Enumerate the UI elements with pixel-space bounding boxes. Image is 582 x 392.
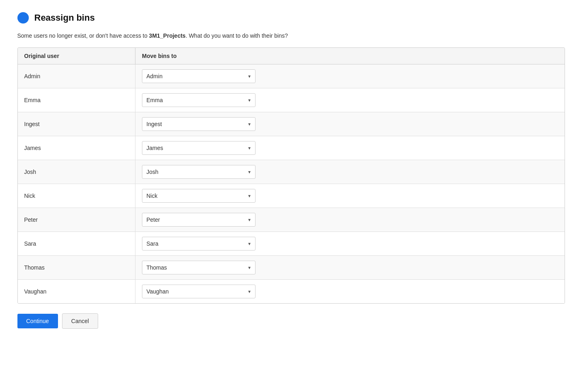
original-user-cell: Josh — [18, 160, 135, 184]
project-name: 3M1_Projects — [149, 32, 185, 39]
table-row: SaraAdminEmmaIngestJamesJoshNickPeterSar… — [18, 232, 565, 256]
table-row: JoshAdminEmmaIngestJamesJoshNickPeterSar… — [18, 160, 565, 184]
select-wrapper-james: AdminEmmaIngestJamesJoshNickPeterSaraTho… — [142, 141, 256, 155]
description-suffix: . What do you want to do with their bins… — [186, 32, 288, 39]
table-row: PeterAdminEmmaIngestJamesJoshNickPeterSa… — [18, 208, 565, 232]
move-bins-select-ingest[interactable]: AdminEmmaIngestJamesJoshNickPeterSaraTho… — [142, 117, 256, 131]
table-row: AdminAdminEmmaIngestJamesJoshNickPeterSa… — [18, 64, 565, 88]
move-bins-cell: AdminEmmaIngestJamesJoshNickPeterSaraTho… — [135, 88, 565, 112]
description: Some users no longer exist, or don't hav… — [17, 32, 565, 40]
select-wrapper-thomas: AdminEmmaIngestJamesJoshNickPeterSaraTho… — [142, 261, 256, 274]
original-user-cell: Admin — [18, 64, 135, 88]
original-user-cell: Emma — [18, 88, 135, 112]
select-wrapper-ingest: AdminEmmaIngestJamesJoshNickPeterSaraTho… — [142, 117, 256, 131]
move-bins-select-sara[interactable]: AdminEmmaIngestJamesJoshNickPeterSaraTho… — [142, 237, 256, 251]
select-wrapper-josh: AdminEmmaIngestJamesJoshNickPeterSaraTho… — [142, 165, 256, 179]
move-bins-cell: AdminEmmaIngestJamesJoshNickPeterSaraTho… — [135, 112, 565, 136]
move-bins-select-nick[interactable]: AdminEmmaIngestJamesJoshNickPeterSaraTho… — [142, 189, 256, 203]
table-row: ThomasAdminEmmaIngestJamesJoshNickPeterS… — [18, 256, 565, 280]
reassign-table: Original user Move bins to AdminAdminEmm… — [18, 48, 565, 303]
table-row: IngestAdminEmmaIngestJamesJoshNickPeterS… — [18, 112, 565, 136]
cancel-button[interactable]: Cancel — [62, 313, 99, 329]
page-container: Reassign bins Some users no longer exist… — [17, 12, 565, 329]
original-user-cell: Vaughan — [18, 280, 135, 304]
table-row: NickAdminEmmaIngestJamesJoshNickPeterSar… — [18, 184, 565, 208]
table-row: VaughanAdminEmmaIngestJamesJoshNickPeter… — [18, 280, 565, 304]
move-bins-select-admin[interactable]: AdminEmmaIngestJamesJoshNickPeterSaraTho… — [142, 69, 256, 83]
select-wrapper-emma: AdminEmmaIngestJamesJoshNickPeterSaraTho… — [142, 93, 256, 107]
move-bins-select-peter[interactable]: AdminEmmaIngestJamesJoshNickPeterSaraTho… — [142, 213, 256, 227]
move-bins-cell: AdminEmmaIngestJamesJoshNickPeterSaraTho… — [135, 256, 565, 280]
original-user-cell: Sara — [18, 232, 135, 256]
move-bins-cell: AdminEmmaIngestJamesJoshNickPeterSaraTho… — [135, 136, 565, 160]
select-wrapper-vaughan: AdminEmmaIngestJamesJoshNickPeterSaraTho… — [142, 285, 256, 298]
move-bins-select-emma[interactable]: AdminEmmaIngestJamesJoshNickPeterSaraTho… — [142, 93, 256, 107]
move-bins-select-james[interactable]: AdminEmmaIngestJamesJoshNickPeterSaraTho… — [142, 141, 256, 155]
original-user-cell: Ingest — [18, 112, 135, 136]
select-wrapper-nick: AdminEmmaIngestJamesJoshNickPeterSaraTho… — [142, 189, 256, 203]
move-bins-cell: AdminEmmaIngestJamesJoshNickPeterSaraTho… — [135, 208, 565, 232]
original-user-cell: Thomas — [18, 256, 135, 280]
select-wrapper-admin: AdminEmmaIngestJamesJoshNickPeterSaraTho… — [142, 69, 256, 83]
move-bins-select-thomas[interactable]: AdminEmmaIngestJamesJoshNickPeterSaraTho… — [142, 261, 256, 274]
col-move-bins-to: Move bins to — [135, 48, 565, 64]
select-wrapper-peter: AdminEmmaIngestJamesJoshNickPeterSaraTho… — [142, 213, 256, 227]
header-icon — [17, 12, 29, 24]
move-bins-cell: AdminEmmaIngestJamesJoshNickPeterSaraTho… — [135, 64, 565, 88]
move-bins-select-vaughan[interactable]: AdminEmmaIngestJamesJoshNickPeterSaraTho… — [142, 285, 256, 298]
page-title: Reassign bins — [34, 13, 95, 23]
continue-button[interactable]: Continue — [17, 314, 58, 328]
move-bins-cell: AdminEmmaIngestJamesJoshNickPeterSaraTho… — [135, 280, 565, 304]
move-bins-cell: AdminEmmaIngestJamesJoshNickPeterSaraTho… — [135, 184, 565, 208]
move-bins-cell: AdminEmmaIngestJamesJoshNickPeterSaraTho… — [135, 160, 565, 184]
actions-bar: Continue Cancel — [17, 313, 565, 329]
description-prefix: Some users no longer exist, or don't hav… — [17, 32, 149, 39]
move-bins-cell: AdminEmmaIngestJamesJoshNickPeterSaraTho… — [135, 232, 565, 256]
original-user-cell: Peter — [18, 208, 135, 232]
original-user-cell: Nick — [18, 184, 135, 208]
table-row: EmmaAdminEmmaIngestJamesJoshNickPeterSar… — [18, 88, 565, 112]
col-original-user: Original user — [18, 48, 135, 64]
header: Reassign bins — [17, 12, 565, 24]
original-user-cell: James — [18, 136, 135, 160]
table-body: AdminAdminEmmaIngestJamesJoshNickPeterSa… — [18, 64, 565, 304]
reassign-table-wrapper: Original user Move bins to AdminAdminEmm… — [17, 47, 565, 304]
table-header-row: Original user Move bins to — [18, 48, 565, 64]
select-wrapper-sara: AdminEmmaIngestJamesJoshNickPeterSaraTho… — [142, 237, 256, 251]
move-bins-select-josh[interactable]: AdminEmmaIngestJamesJoshNickPeterSaraTho… — [142, 165, 256, 179]
table-row: JamesAdminEmmaIngestJamesJoshNickPeterSa… — [18, 136, 565, 160]
